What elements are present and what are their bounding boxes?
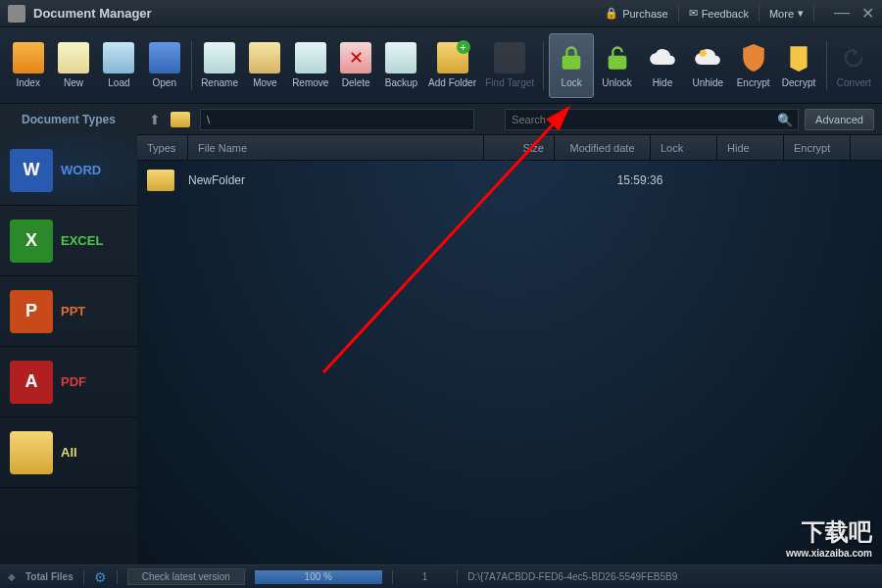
- delete-icon: ✕: [340, 42, 371, 74]
- encrypt-button[interactable]: Encrypt: [731, 33, 775, 98]
- watermark: 下载吧 www.xiazaiba.com: [786, 516, 872, 559]
- column-hide[interactable]: Hide: [717, 135, 784, 160]
- new-button[interactable]: New: [51, 33, 95, 98]
- remove-icon: [295, 42, 326, 74]
- cloud-hide-icon: [647, 42, 678, 74]
- index-icon: [13, 42, 44, 74]
- column-size[interactable]: Size: [484, 135, 555, 160]
- convert-icon: [838, 42, 869, 74]
- open-icon: [149, 42, 180, 74]
- app-title: Document Manager: [33, 6, 152, 21]
- check-version-button[interactable]: Check latest version: [127, 568, 245, 585]
- shield-decrypt-icon: [783, 42, 814, 74]
- settings-button[interactable]: ⚙: [94, 569, 107, 585]
- doc-type-label: PDF: [61, 374, 86, 389]
- find-target-icon: [494, 42, 525, 74]
- unlock-button[interactable]: Unlock: [595, 33, 639, 98]
- add-folder-button[interactable]: +Add Folder: [424, 33, 480, 98]
- status-bar: ◆ Total Files ⚙ Check latest version 100…: [0, 564, 882, 588]
- find-target-button: Find Target: [481, 33, 539, 98]
- backup-button[interactable]: Backup: [379, 33, 423, 98]
- files-icon: ◆: [8, 571, 16, 582]
- progress-bar: 100 %: [255, 570, 382, 584]
- excel-icon: X: [10, 220, 53, 263]
- doc-type-label: EXCEL: [61, 233, 103, 248]
- new-icon: [58, 42, 89, 74]
- folder-icon: [10, 431, 53, 474]
- doc-type-label: WORD: [61, 163, 101, 177]
- status-path: D:\{7A7ACBDD-FED6-4ec5-BD26-5549FEB5B9: [467, 571, 874, 582]
- column-header-row: Types File Name Size Modified date Lock …: [137, 135, 882, 161]
- doc-type-all[interactable]: All: [0, 417, 137, 488]
- doc-type-pdf[interactable]: A PDF: [0, 347, 137, 417]
- svg-point-0: [700, 50, 707, 57]
- path-bar: ⬆ 🔍 Advanced: [137, 104, 882, 135]
- mail-icon: ✉: [689, 7, 698, 20]
- ppt-icon: P: [10, 290, 53, 333]
- convert-button: Convert: [832, 33, 876, 98]
- lock-icon: 🔒: [605, 7, 618, 20]
- column-encrypt[interactable]: Encrypt: [784, 135, 851, 160]
- doc-type-word[interactable]: W WORD: [0, 135, 137, 206]
- purchase-link[interactable]: 🔒 Purchase: [595, 5, 678, 22]
- advanced-search-button[interactable]: Advanced: [805, 109, 874, 130]
- unhide-button[interactable]: Unhide: [686, 33, 730, 98]
- column-filename[interactable]: File Name: [188, 135, 484, 160]
- toolbar-separator: [826, 41, 827, 90]
- more-link[interactable]: More ▾: [760, 5, 814, 22]
- purchase-label: Purchase: [622, 8, 667, 20]
- open-button[interactable]: Open: [142, 33, 186, 98]
- folder-icon: [171, 112, 190, 127]
- toolbar-separator: [543, 41, 544, 90]
- decrypt-button[interactable]: Decrypt: [776, 33, 820, 98]
- move-icon: [249, 42, 280, 74]
- title-bar: Document Manager 🔒 Purchase ✉ Feedback M…: [0, 0, 882, 27]
- index-button[interactable]: Index: [6, 33, 50, 98]
- rename-icon: [204, 42, 235, 74]
- search-icon[interactable]: 🔍: [777, 113, 793, 127]
- feedback-link[interactable]: ✉ Feedback: [679, 5, 760, 22]
- file-list: Types File Name Size Modified date Lock …: [137, 135, 882, 564]
- shield-encrypt-icon: [738, 42, 769, 74]
- column-modified-date[interactable]: Modified date: [555, 135, 651, 160]
- load-button[interactable]: Load: [97, 33, 141, 98]
- add-folder-icon: +: [437, 42, 468, 74]
- feedback-label: Feedback: [702, 8, 749, 20]
- chevron-down-icon: ▾: [798, 7, 804, 20]
- lock-closed-icon: [556, 42, 587, 74]
- load-icon: [103, 42, 134, 74]
- backup-icon: [385, 42, 416, 74]
- remove-button[interactable]: Remove: [288, 33, 332, 98]
- more-label: More: [769, 8, 794, 20]
- doc-type-label: All: [61, 445, 77, 460]
- move-button[interactable]: Move: [243, 33, 287, 98]
- hide-button[interactable]: Hide: [640, 33, 684, 98]
- word-icon: W: [10, 149, 53, 192]
- doc-type-excel[interactable]: X EXCEL: [0, 206, 137, 276]
- pdf-icon: A: [10, 361, 53, 404]
- close-button[interactable]: ✕: [861, 4, 874, 23]
- app-icon: [8, 5, 25, 23]
- file-count: 1: [403, 571, 448, 582]
- doc-type-ppt[interactable]: P PPT: [0, 276, 137, 347]
- minimize-button[interactable]: —: [834, 4, 850, 23]
- path-input[interactable]: [200, 109, 474, 130]
- cloud-unhide-icon: [692, 42, 723, 74]
- toolbar-separator: [191, 41, 192, 90]
- column-lock[interactable]: Lock: [651, 135, 717, 160]
- up-folder-button[interactable]: ⬆: [145, 112, 165, 127]
- search-input[interactable]: [505, 109, 799, 130]
- sidebar-title: Document Types: [0, 104, 137, 135]
- file-row[interactable]: NewFolder 15:59:36: [137, 161, 882, 200]
- lock-open-icon: [602, 42, 633, 74]
- delete-button[interactable]: ✕Delete: [333, 33, 377, 98]
- doc-type-label: PPT: [61, 304, 85, 318]
- total-files-label: Total Files: [25, 571, 74, 582]
- file-name-cell: NewFolder: [188, 173, 521, 187]
- column-types[interactable]: Types: [137, 135, 188, 160]
- lock-button[interactable]: Lock: [549, 33, 593, 98]
- rename-button[interactable]: Rename: [197, 33, 241, 98]
- main-toolbar: Index New Load Open Rename Move Remove ✕…: [0, 27, 882, 104]
- sidebar: Document Types W WORD X EXCEL P PPT A PD…: [0, 104, 137, 564]
- file-date-cell: 15:59:36: [592, 173, 688, 187]
